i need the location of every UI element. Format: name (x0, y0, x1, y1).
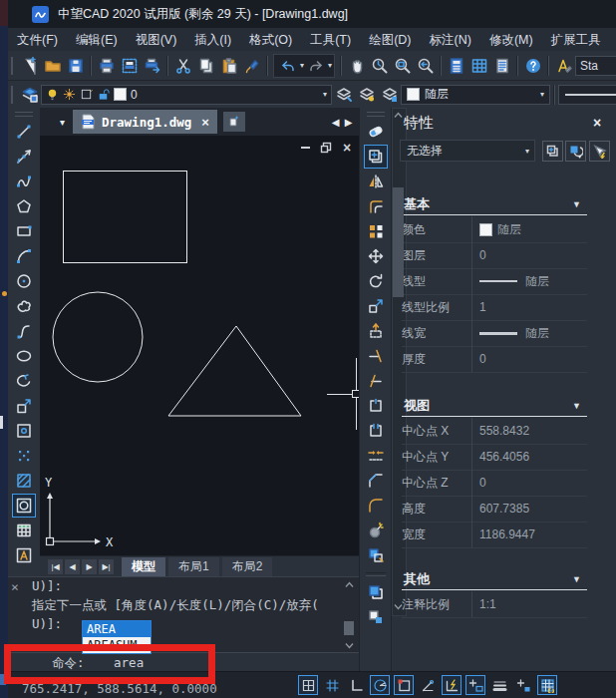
break-at-point-icon[interactable] (364, 394, 388, 418)
layer-combo-dropdown-icon[interactable]: ▾ (323, 90, 327, 99)
table-export-icon[interactable] (467, 54, 490, 78)
property-row-layer[interactable]: 图层 0 (402, 242, 587, 269)
next-tab-icon[interactable]: ▶ (82, 559, 97, 574)
ducs-toggle-icon[interactable] (442, 675, 462, 695)
lineweight-toggle-icon[interactable] (489, 675, 509, 695)
help-icon[interactable] (521, 54, 544, 78)
draw-order-icon[interactable] (364, 580, 388, 604)
scale-icon[interactable] (364, 294, 388, 318)
command-scrollbar[interactable] (343, 581, 355, 651)
toolbar-grip[interactable] (367, 112, 385, 117)
edit-block-icon[interactable] (364, 543, 388, 567)
menu-item-tools[interactable]: 工具(T) (301, 29, 360, 51)
array-icon[interactable] (364, 219, 388, 243)
ellipse-icon[interactable] (12, 344, 36, 368)
explode-icon[interactable] (364, 519, 388, 542)
extend-icon[interactable] (364, 369, 388, 393)
print-icon[interactable] (95, 54, 118, 78)
section-view-header[interactable]: 视图 ▼ (404, 397, 585, 415)
save-icon[interactable] (64, 54, 87, 78)
property-row-width[interactable]: 宽度 1186.9447 (402, 522, 587, 548)
mirror-icon[interactable] (364, 170, 388, 193)
quick-select-icon[interactable] (589, 141, 610, 162)
fillet-icon[interactable] (364, 494, 388, 518)
zoom-previous-icon[interactable] (414, 54, 437, 78)
rectangle-icon[interactable] (12, 219, 36, 243)
linetype-combo[interactable] (558, 85, 616, 105)
collapse-icon[interactable]: ▼ (572, 574, 581, 584)
layer-previous-icon[interactable] (332, 83, 355, 107)
dyn-toggle-icon[interactable] (465, 675, 485, 695)
property-row-linetype-scale[interactable]: 线型比例 1 (402, 294, 587, 321)
tab-layout2[interactable]: 布局2 (222, 557, 273, 576)
document-tab[interactable]: Drawing1.dwg × (73, 110, 217, 134)
last-tab-icon[interactable]: ▶| (99, 559, 114, 574)
property-row-thickness[interactable]: 厚度 0 (402, 346, 587, 373)
doc-tab-scroll-left-icon[interactable]: ◀ (329, 114, 342, 130)
mdi-close-icon[interactable]: × (341, 142, 353, 154)
prev-tab-icon[interactable]: ◀ (65, 559, 80, 574)
layer-isolate-icon[interactable] (378, 83, 401, 107)
ortho-toggle-icon[interactable] (346, 675, 366, 695)
property-row-lineweight[interactable]: 线宽 随层 (402, 320, 587, 347)
collapse-icon[interactable]: ▼ (572, 199, 581, 209)
redo-icon[interactable] (304, 54, 327, 78)
pan-icon[interactable] (345, 54, 368, 78)
annotation-toggle-icon[interactable] (513, 675, 533, 695)
print-preview-icon[interactable] (118, 54, 141, 78)
toggle-pickadd-icon[interactable] (542, 141, 563, 162)
select-objects-icon[interactable] (565, 141, 586, 162)
toolbar-grip[interactable] (15, 112, 33, 117)
paste-icon[interactable] (217, 54, 240, 78)
drawing-canvas[interactable]: Y X × (40, 136, 359, 555)
color-combo-dropdown-icon[interactable]: ▾ (540, 90, 544, 99)
command-close-icon[interactable]: × (11, 579, 19, 594)
mdi-restore-icon[interactable] (320, 142, 332, 154)
insert-block-icon[interactable] (12, 394, 36, 418)
properties-close-icon[interactable]: × (593, 115, 601, 131)
properties-scrollbar-thumb[interactable] (393, 187, 404, 297)
snap-toggle-icon[interactable] (298, 675, 318, 695)
text-style-icon[interactable] (552, 54, 575, 78)
property-row-annotation-scale[interactable]: 注释比例 1:1 (402, 591, 587, 618)
command-scrollbar-thumb[interactable] (344, 621, 354, 635)
arc-icon[interactable] (12, 244, 36, 268)
collapse-icon[interactable]: ▼ (572, 401, 581, 411)
ellipse-arc-icon[interactable] (12, 369, 36, 393)
stretch-icon[interactable] (364, 319, 388, 343)
text-style-combo[interactable]: Sta (575, 56, 616, 76)
copy-icon[interactable] (194, 54, 217, 78)
mdi-minimize-icon[interactable] (299, 142, 311, 154)
copy-object-icon[interactable] (364, 145, 388, 169)
format-painter-icon[interactable] (240, 54, 263, 78)
erase-icon[interactable] (364, 120, 388, 144)
menu-item-file[interactable]: 文件(F) (8, 29, 67, 51)
quick-calculator-icon[interactable] (445, 54, 467, 78)
menu-item-modify[interactable]: 修改(M) (480, 29, 542, 51)
mtext-icon[interactable] (12, 543, 36, 567)
polar-toggle-icon[interactable] (370, 675, 390, 695)
trim-icon[interactable] (364, 344, 388, 368)
grid-toggle-icon[interactable] (322, 675, 342, 695)
offset-icon[interactable] (364, 194, 388, 218)
rotate-icon[interactable] (364, 269, 388, 293)
tab-model[interactable]: 模型 (122, 557, 165, 576)
menu-item-format[interactable]: 格式(O) (240, 29, 301, 51)
menu-item-draw[interactable]: 绘图(D) (360, 29, 420, 51)
layer-manager-icon[interactable] (18, 83, 41, 107)
menu-item-view[interactable]: 视图(V) (127, 29, 186, 51)
spline-icon[interactable] (12, 319, 36, 343)
join-icon[interactable] (364, 444, 388, 468)
first-tab-icon[interactable]: |◀ (48, 559, 63, 574)
cut-icon[interactable] (171, 54, 194, 78)
construction-line-icon[interactable] (12, 145, 36, 169)
menu-item-express[interactable]: 扩展工具 (542, 29, 610, 51)
section-other-header[interactable]: 其他 ▼ (404, 570, 585, 588)
move-icon[interactable] (364, 244, 388, 268)
menu-item-insert[interactable]: 插入(I) (185, 29, 240, 51)
make-block-icon[interactable] (12, 419, 36, 443)
tab-layout1[interactable]: 布局1 (168, 557, 219, 576)
redo-dropdown-icon[interactable]: ▾ (328, 61, 332, 70)
draw-order-back-icon[interactable] (364, 605, 388, 629)
otrack-toggle-icon[interactable] (418, 675, 438, 695)
